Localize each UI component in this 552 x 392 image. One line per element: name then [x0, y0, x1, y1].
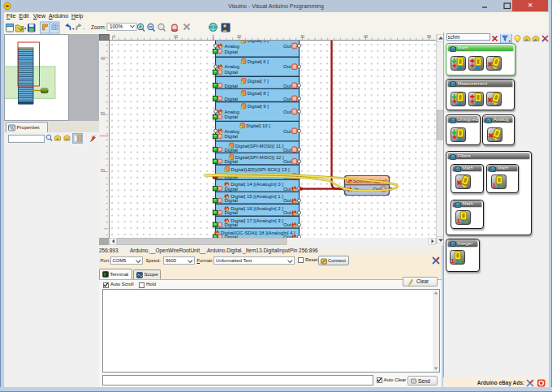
svg-text:Out: Out	[283, 43, 291, 48]
svg-text:Out: Out	[283, 210, 291, 215]
svg-text:50: 50	[426, 35, 431, 39]
svg-text:Digital: Digital	[224, 198, 237, 203]
svg-text:Out: Out	[283, 198, 291, 203]
svg-text:Digital[ 14 ](AnalogIn[ 0 ]: Digital[ 14 ](AnalogIn[ 0 ]	[231, 182, 283, 187]
svg-text:Digital: Digital	[224, 49, 237, 54]
svg-text:Digital[ 7 ]: Digital[ 7 ]	[247, 78, 269, 83]
svg-text:Digital[ 6 ]: Digital[ 6 ]	[247, 58, 269, 63]
svg-text:Zoom:: Zoom:	[91, 24, 106, 30]
svg-text:Digital: Digital	[224, 159, 237, 164]
svg-text:Out: Out	[283, 222, 291, 227]
svg-text:Out: Out	[283, 159, 291, 164]
svg-text:Digital(LED)(SPI-SCK)[ 13 ]: Digital(LED)(SPI-SCK)[ 13 ]	[231, 166, 290, 171]
svg-text:Digital[ 5 ]: Digital[ 5 ]	[247, 41, 269, 43]
svg-text:100%: 100%	[110, 24, 123, 29]
svg-text:20: 20	[236, 35, 241, 39]
svg-text:Digital: Digital	[224, 70, 237, 75]
svg-text:Analog: Analog	[224, 43, 239, 48]
svg-text:Out: Out	[283, 83, 291, 88]
svg-text:Digital[ 9 ]: Digital[ 9 ]	[247, 104, 269, 109]
svg-text:Out: Out	[283, 96, 291, 101]
svg-text:Digital: Digital	[224, 186, 237, 191]
svg-text:Analog: Analog	[224, 128, 239, 133]
svg-text:60: 60	[101, 168, 106, 172]
svg-text:Out: Out	[283, 64, 291, 69]
svg-text:Digital(SPI-MOSI)[ 11 ]: Digital(SPI-MOSI)[ 11 ]	[235, 143, 283, 148]
svg-text:30: 30	[300, 35, 304, 39]
svg-text:Digital(SPI-MISO)[ 12 ]: Digital(SPI-MISO)[ 12 ]	[235, 155, 283, 160]
svg-text:40: 40	[363, 35, 368, 39]
svg-text:3: 3	[501, 182, 505, 189]
svg-text:50: 50	[101, 111, 106, 115]
svg-text:Digital[ 15 ](AnalogIn[ 1 ]: Digital[ 15 ](AnalogIn[ 1 ]	[231, 194, 283, 199]
svg-text:Digital: Digital	[224, 147, 237, 152]
svg-text:Digital: Digital	[224, 222, 237, 227]
svg-text:3: 3	[459, 257, 463, 265]
svg-text:Digital: Digital	[224, 114, 237, 119]
svg-text:40: 40	[101, 56, 106, 60]
svg-text:Out: Out	[283, 109, 291, 114]
svg-text:Digital: Digital	[224, 96, 237, 101]
svg-text:Digital[ 8 ]: Digital[ 8 ]	[247, 91, 269, 96]
svg-text:Digital[ 17 ](AnalogIn[ 3 ]: Digital[ 17 ](AnalogIn[ 3 ]	[231, 218, 283, 222]
svg-text:Digital: Digital	[224, 210, 237, 215]
svg-text:Out: Out	[283, 147, 291, 152]
svg-text:0: 0	[113, 35, 115, 39]
svg-text:Out: Out	[283, 128, 291, 133]
svg-text:Analog: Analog	[224, 64, 239, 69]
svg-text:Digital[ 10 ]: Digital[ 10 ]	[246, 123, 270, 128]
svg-text:10: 10	[173, 35, 178, 39]
svg-text:Out: Out	[283, 186, 291, 191]
svg-text:Digital[ 16 ](AnalogIn[ 2 ]: Digital[ 16 ](AnalogIn[ 2 ]	[231, 205, 283, 210]
svg-text:3: 3	[465, 218, 469, 225]
svg-text:Analog: Analog	[224, 109, 239, 114]
svg-text:Digital: Digital	[224, 134, 237, 139]
svg-text:Digital: Digital	[224, 83, 237, 88]
